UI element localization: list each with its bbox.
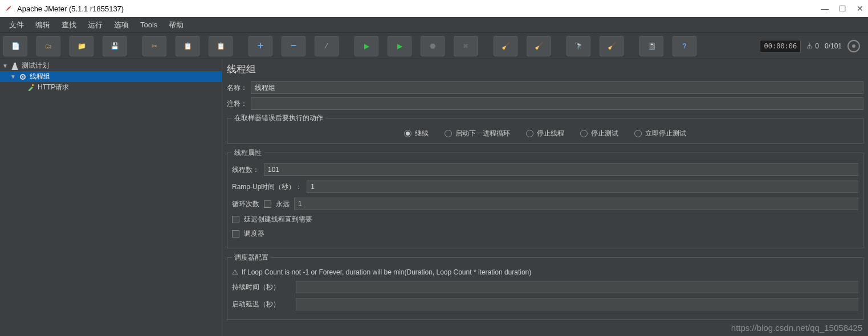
gear-icon [18,72,27,81]
sampler-error-fieldset: 在取样器错误后要执行的动作 继续 启动下一进程循环 停止线程 停止测试 立即停止… [227,113,863,144]
close-button[interactable]: ✕ [857,4,863,13]
scheduler-fieldset: 调度器配置 ⚠ If Loop Count is not -1 or Forev… [227,253,863,320]
radio-continue[interactable]: 继续 [404,129,429,138]
help-button[interactable]: ? [673,36,696,56]
cut-button[interactable]: ✂ [142,36,166,56]
help-icon: ? [682,42,686,50]
menu-options[interactable]: 选项 [108,18,135,32]
radio-icon [404,130,411,137]
new-button[interactable]: 📄 [3,36,27,56]
paste-button[interactable]: 📋 [209,36,233,56]
sampler-error-legend: 在取样器错误后要执行的动作 [232,113,325,123]
tree-root-test-plan[interactable]: ▼ 测试计划 [0,60,222,71]
warning-triangle-icon: ⚠ [232,268,238,276]
templates-button[interactable]: 🗂 [36,36,60,56]
start-no-pause-button[interactable]: ▶ [388,36,411,56]
chevron-down-icon[interactable]: ▼ [10,73,16,80]
flask-icon [10,62,19,71]
threads-input[interactable] [264,163,858,176]
radio-stop-test-label: 停止测试 [591,129,618,138]
chevron-down-icon[interactable]: ▼ [2,63,8,69]
loop-count-label: 循环次数 [232,199,259,209]
threads-label: 线程数： [232,165,259,175]
tree-item-thread-group[interactable]: ▼ 线程组 [0,71,222,82]
menu-run[interactable]: 运行 [82,18,108,32]
window-titlebar: Apache JMeter (5.1.1 r1855137) — ☐ ✕ [0,0,868,17]
thread-properties-legend: 线程属性 [232,148,264,158]
sweep-icon: 🧹 [608,42,616,50]
copy-icon: 📋 [184,42,192,50]
warning-count[interactable]: ⚠ 0 [806,42,819,50]
collapse-button[interactable]: − [282,36,305,56]
wand-icon: ⁄ [326,42,327,50]
elapsed-timer: 00:00:06 [760,40,801,52]
startup-delay-input[interactable] [296,298,858,310]
menu-file[interactable]: 文件 [3,18,30,32]
scheduler-warning: If Loop Count is not -1 or Forever, dura… [242,268,531,276]
clear-all-button[interactable]: 🧹 [527,36,551,56]
forever-checkbox[interactable] [264,200,271,208]
radio-continue-label: 继续 [415,129,429,138]
toggle-button[interactable]: ⁄ [315,36,339,56]
duration-input[interactable] [296,281,858,293]
stop-icon: ⬣ [430,42,435,50]
warning-triangle-icon: ⚠ [806,42,813,50]
tree-http-request-label: HTTP请求 [38,83,69,92]
active-threads: 0/101 [825,42,842,50]
radio-icon [634,130,642,137]
save-button[interactable]: 💾 [103,36,127,56]
scheduler-checkbox[interactable] [232,230,239,237]
delay-create-checkbox[interactable] [232,216,239,223]
radio-next-loop[interactable]: 启动下一进程循环 [445,129,510,138]
scissors-icon: ✂ [152,42,157,50]
radio-next-loop-label: 启动下一进程循环 [455,129,510,138]
maximize-button[interactable]: ☐ [839,4,846,13]
probe-icon[interactable] [847,40,860,52]
svg-rect-2 [32,84,34,86]
radio-stop-thread[interactable]: 停止线程 [526,129,564,138]
menu-bar: 文件 编辑 查找 运行 选项 Tools 帮助 [0,17,868,33]
name-input[interactable] [251,81,863,94]
toolbar: 📄 🗂 📁 💾 ✂ 📋 📋 + − ⁄ ▶ ▶ ⬣ ✖ 🧹 🧹 [0,33,868,59]
search-button[interactable]: 🔭 [567,36,590,56]
function-helper-button[interactable]: 📓 [639,36,663,56]
menu-search[interactable]: 查找 [56,18,82,32]
radio-stop-test-now-label: 立即停止测试 [645,129,686,138]
radio-stop-test-now[interactable]: 立即停止测试 [634,129,686,138]
play-icon: ▶ [364,42,369,50]
list-icon: 📓 [647,42,656,50]
editor-panel: 线程组 名称： 注释： 在取样器错误后要执行的动作 继续 启动下一进程循环 停止… [222,59,868,336]
loop-count-input[interactable] [294,198,858,210]
paste-icon: 📋 [217,42,225,50]
menu-edit[interactable]: 编辑 [30,18,56,32]
radio-icon [526,130,533,137]
name-label: 名称： [227,83,247,93]
ramp-up-input[interactable] [307,181,858,193]
radio-icon [580,130,588,137]
radio-icon [445,130,452,137]
start-button[interactable]: ▶ [354,36,378,56]
save-icon: 💾 [111,42,119,50]
open-button[interactable]: 📁 [70,36,93,56]
stop-button[interactable]: ⬣ [421,36,445,56]
menu-help[interactable]: 帮助 [163,18,189,32]
tree-root-label: 测试计划 [22,61,49,71]
tree-thread-group-label: 线程组 [30,72,50,81]
reset-search-button[interactable]: 🧹 [600,36,624,56]
template-icon: 🗂 [45,42,52,50]
clear-button[interactable]: 🧹 [494,36,517,56]
minimize-button[interactable]: — [821,4,829,13]
tree-panel: ▼ 测试计划 ▼ 线程组 HTTP请求 [0,59,222,336]
panel-title: 线程组 [227,63,863,76]
tree-item-http-request[interactable]: HTTP请求 [0,82,222,93]
shutdown-button[interactable]: ✖ [454,36,478,56]
copy-button[interactable]: 📋 [176,36,199,56]
scheduler-label: 调度器 [244,229,264,239]
thread-properties-fieldset: 线程属性 线程数： Ramp-Up时间（秒）： 循环次数 永远 延迟创建线程直到… [227,148,863,248]
menu-tools[interactable]: Tools [135,18,163,31]
expand-button[interactable]: + [248,36,272,56]
comment-input[interactable] [251,97,863,110]
ramp-up-label: Ramp-Up时间（秒）： [232,182,302,192]
radio-stop-test[interactable]: 停止测试 [580,129,618,138]
forever-label: 永远 [276,199,290,209]
